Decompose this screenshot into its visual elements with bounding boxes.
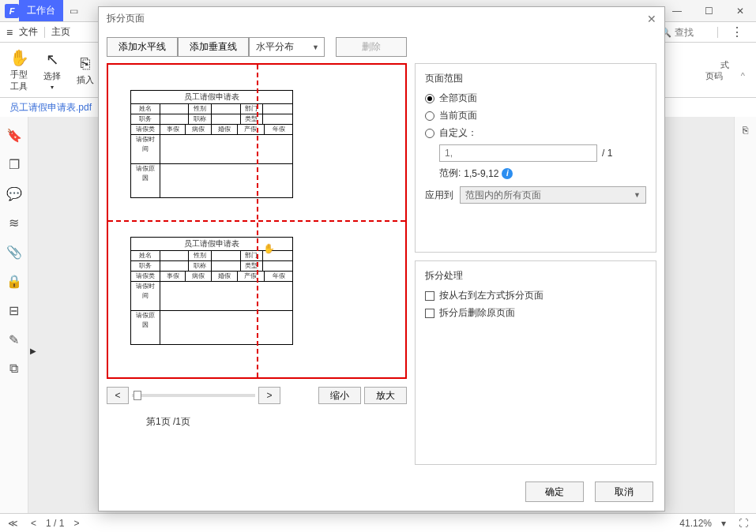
custom-range-input[interactable]: [439, 144, 597, 162]
menu-home[interactable]: 主页: [51, 25, 70, 39]
insert-tool-button[interactable]: ⎘ 插入: [70, 47, 101, 94]
close-icon[interactable]: ✕: [647, 13, 656, 25]
preview-frame[interactable]: 员工请假申请表 姓名性别部门 职务职称类型 请假类别事假病假婚假产假年假 请假时…: [107, 63, 407, 379]
layers-icon[interactable]: ≋: [9, 215, 19, 230]
example-label: 范例:: [439, 167, 461, 180]
caret-up-icon[interactable]: ^: [739, 71, 745, 81]
minus-page-icon[interactable]: ⊟: [9, 303, 19, 318]
dialog-toolbar: 添加水平线 添加垂直线 水平分布▼ 删除: [99, 31, 664, 60]
total-pages-label: / 1: [602, 148, 612, 159]
checkbox-icon: [425, 309, 434, 318]
zoom-caret-icon[interactable]: ▾: [718, 518, 729, 529]
signature-icon[interactable]: ✎: [9, 332, 19, 347]
hand-icon: ✋: [9, 48, 29, 67]
maximize-button[interactable]: ☐: [693, 0, 724, 22]
next-page-button[interactable]: >: [70, 518, 82, 529]
right-rail: ⎘: [734, 117, 756, 513]
cancel-button[interactable]: 取消: [595, 481, 653, 502]
settings-pane: 页面范围 全部页面 当前页面 自定义： / 1 范例: 1,5-9,12 i 应…: [415, 60, 656, 465]
menu-file[interactable]: 文件: [19, 25, 38, 39]
delete-line-button[interactable]: 删除: [336, 37, 407, 57]
slider-thumb[interactable]: [134, 391, 141, 400]
next-preview-button[interactable]: >: [258, 387, 280, 404]
dialog-titlebar: 拆分页面 ✕: [99, 7, 664, 31]
radio-current-page[interactable]: 当前页面: [425, 109, 646, 122]
add-horizontal-line-button[interactable]: 添加水平线: [107, 37, 178, 57]
chevron-down-icon: ▼: [312, 43, 319, 51]
kebab-icon[interactable]: ⋮: [724, 24, 750, 39]
radio-icon: [425, 94, 434, 103]
preview-pane: 员工请假申请表 姓名性别部门 职务职称类型 请假类别事假病假婚假产假年假 请假时…: [107, 60, 407, 465]
info-icon[interactable]: i: [502, 168, 513, 179]
preview-nav-row: < > 缩小 放大: [107, 387, 407, 404]
dialog-title: 拆分页面: [107, 12, 145, 25]
close-window-button[interactable]: ✕: [724, 0, 756, 22]
zoom-out-button[interactable]: 缩小: [318, 387, 361, 404]
preview-form-top: 员工请假申请表 姓名性别部门 职务职称类型 请假类别事假病假婚假产假年假 请假时…: [130, 90, 293, 198]
radio-icon: [425, 111, 434, 121]
apply-to-select[interactable]: 范围内的所有页面 ▼: [460, 186, 646, 204]
minimize-button[interactable]: —: [661, 0, 693, 22]
insert-icon: ⎘: [81, 54, 90, 73]
checkbox-icon: [425, 291, 434, 301]
page-indicator[interactable]: 1 / 1: [46, 518, 64, 529]
example-value: 1,5-9,12: [464, 168, 498, 179]
radio-icon: [425, 129, 434, 138]
zoom-in-button[interactable]: 放大: [364, 387, 407, 404]
dialog-footer: 确定 取消: [99, 473, 664, 511]
apply-to-label: 应用到: [425, 189, 453, 202]
app-logo-icon: F: [5, 4, 19, 18]
copy-icon[interactable]: ⧉: [9, 362, 18, 376]
radio-custom-range[interactable]: 自定义：: [425, 126, 646, 140]
select-tool-button[interactable]: ↖ 选择▾: [36, 47, 68, 94]
attachment-icon[interactable]: 📎: [6, 245, 22, 260]
expand-caret-icon[interactable]: ▶: [30, 347, 36, 355]
cursor-icon: ↖: [46, 50, 59, 69]
add-vertical-line-button[interactable]: 添加垂直线: [178, 37, 249, 57]
prev-page-button[interactable]: <: [28, 518, 39, 529]
distribute-select[interactable]: 水平分布▼: [249, 37, 325, 57]
prev-preview-button[interactable]: <: [107, 387, 129, 404]
search-input[interactable]: [675, 27, 706, 38]
lock-icon[interactable]: 🔒: [6, 274, 22, 289]
zoom-level[interactable]: 41.12%: [679, 518, 712, 529]
split-line-vertical[interactable]: [257, 65, 258, 377]
chevron-down-icon: ▼: [634, 191, 641, 199]
preview-slider[interactable]: [132, 394, 255, 397]
file-tab-active[interactable]: 员工请假申请表.pdf: [3, 101, 98, 114]
hamburger-icon[interactable]: ≡: [6, 26, 13, 39]
check-delete-original[interactable]: 拆分后删除原页面: [425, 306, 646, 320]
ok-button[interactable]: 确定: [525, 481, 584, 502]
window-controls: — ☐ ✕: [661, 0, 756, 22]
workspace-tab[interactable]: 工作台: [19, 0, 63, 21]
page-range-title: 页面范围: [425, 72, 646, 85]
left-rail: 🔖 ❐ 💬 ≋ 📎 🔒 ⊟ ✎ ⧉: [0, 117, 28, 513]
fullscreen-icon[interactable]: ⛶: [735, 518, 751, 529]
radio-all-pages[interactable]: 全部页面: [425, 92, 646, 105]
split-process-group: 拆分处理 按从右到左方式拆分页面 拆分后删除原页面: [415, 260, 656, 465]
folder-icon[interactable]: ▭: [63, 6, 85, 17]
bookmark-icon[interactable]: 🔖: [6, 128, 22, 143]
hand-cursor-icon: ✋: [263, 243, 275, 254]
split-process-title: 拆分处理: [425, 269, 646, 283]
split-page-dialog: 拆分页面 ✕ 添加水平线 添加垂直线 水平分布▼ 删除 员工请假申请表 姓名性别…: [98, 6, 665, 511]
ribbon-right-stub: 式 页码 ^: [705, 59, 753, 81]
first-page-button[interactable]: ≪: [5, 518, 21, 529]
preview-page-label: 第1页 /1页: [107, 415, 407, 429]
hand-tool-button[interactable]: ✋ 手型 工具: [3, 47, 35, 94]
check-rtl-split[interactable]: 按从右到左方式拆分页面: [425, 289, 646, 302]
page-range-group: 页面范围 全部页面 当前页面 自定义： / 1 范例: 1,5-9,12 i 应…: [415, 63, 656, 253]
comments-icon[interactable]: 💬: [6, 186, 22, 201]
search-box[interactable]: 🔍: [660, 27, 711, 38]
pages-icon[interactable]: ❐: [9, 157, 20, 172]
status-bar: ≪ < 1 / 1 > 41.12% ▾ ⛶: [0, 513, 756, 532]
export-icon[interactable]: ⎘: [743, 125, 748, 136]
